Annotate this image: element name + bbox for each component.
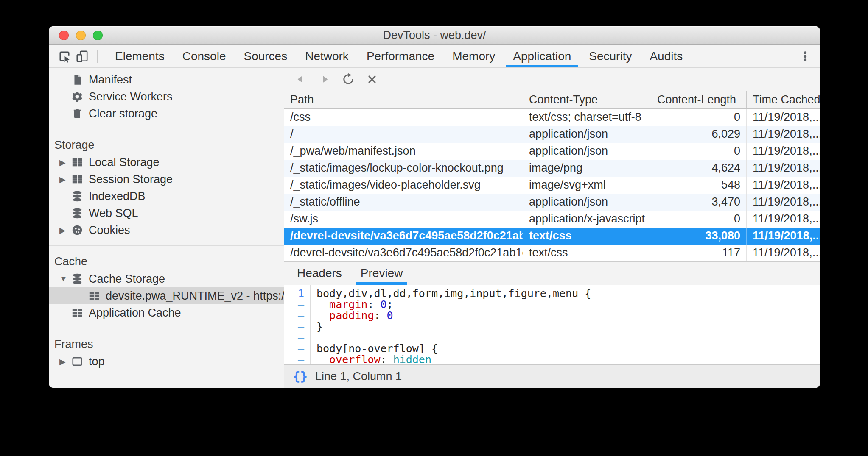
sidebar-item-label: IndexedDB [89, 190, 146, 203]
cell-path: / [284, 126, 523, 143]
code-content: body,div,dl,dd,form,img,input,figure,men… [311, 285, 820, 364]
tab-elements[interactable]: Elements [106, 45, 174, 67]
table-row[interactable]: /devrel-devsite/va3e6d7c495ae58d2f0c21ab… [284, 245, 820, 261]
minimize-window-button[interactable] [76, 31, 86, 40]
back-button[interactable] [294, 72, 308, 86]
gear-icon [71, 90, 84, 103]
sidebar-item-label: Manifest [89, 73, 132, 86]
preview-code-pane[interactable]: 1–––––– body,div,dl,dd,form,img,input,fi… [284, 285, 820, 364]
table-row[interactable]: /_static/images/lockup-color-knockout.pn… [284, 160, 820, 177]
cell-time-cached: 11/19/2018,... [747, 109, 820, 126]
cell-time-cached: 11/19/2018,... [747, 126, 820, 143]
chevron-right-icon[interactable]: ▶ [59, 225, 71, 235]
cell-content-length: 117 [651, 245, 747, 261]
table-row[interactable]: /_static/offlineapplication/json3,47011/… [284, 194, 820, 211]
tab-sources[interactable]: Sources [235, 45, 296, 67]
table-header: PathContent-TypeContent-LengthTime Cache… [284, 91, 820, 109]
chevron-right-icon[interactable]: ▶ [59, 158, 71, 167]
sidebar-item-label: devsite.pwa_RUNTIME_v2 - https://web.d [106, 289, 284, 303]
trash-icon [71, 107, 84, 120]
chevron-right-icon[interactable]: ▶ [59, 175, 71, 184]
forward-button[interactable] [317, 72, 332, 86]
column-header-content-type[interactable]: Content-Type [523, 91, 651, 108]
table-row[interactable]: /csstext/css; charset=utf-8011/19/2018,.… [284, 109, 820, 126]
sidebar-item-application-cache[interactable]: Application Cache [49, 304, 284, 321]
table-row[interactable]: /devrel-devsite/va3e6d7c495ae58d2f0c21ab… [284, 228, 820, 245]
line-number: – [284, 354, 304, 364]
main-toolbar: ElementsConsoleSourcesNetworkPerformance… [49, 45, 820, 68]
sidebar-item-service-workers[interactable]: Service Workers [49, 88, 284, 105]
sidebar-item-devsite-pwa-runtime-v2-https-web-d[interactable]: devsite.pwa_RUNTIME_v2 - https://web.d [49, 287, 284, 304]
cell-time-cached: 11/19/2018,... [747, 177, 820, 194]
sidebar-item-label: Cache Storage [89, 272, 165, 286]
cell-content-length: 3,470 [651, 194, 747, 211]
column-header-content-length[interactable]: Content-Length [651, 91, 747, 108]
more-options-icon[interactable] [796, 47, 814, 65]
toolbar-separator [97, 50, 98, 63]
sidebar-item-clear-storage[interactable]: Clear storage [49, 105, 284, 122]
tab-console[interactable]: Console [174, 45, 235, 67]
line-number: – [284, 321, 304, 332]
column-header-time-cached[interactable]: Time Cached [747, 91, 820, 108]
sidebar-item-indexeddb[interactable]: IndexedDB [49, 188, 284, 205]
sidebar-item-top[interactable]: ▶top [49, 353, 284, 370]
table-row[interactable]: /sw.jsapplication/x-javascript011/19/201… [284, 211, 820, 228]
cell-time-cached: 11/19/2018,... [747, 143, 820, 160]
cell-path: /_pwa/web/manifest.json [284, 143, 523, 160]
sidebar-item-label: Service Workers [89, 90, 173, 103]
sidebar-item-local-storage[interactable]: ▶Local Storage [49, 154, 284, 171]
table-icon [71, 156, 84, 169]
code-line: overflow: hidden [316, 354, 820, 364]
code-line: body,div,dl,dd,form,img,input,figure,men… [316, 288, 820, 299]
cell-time-cached: 11/19/2018,... [747, 211, 820, 228]
close-window-button[interactable] [59, 31, 69, 40]
preview-statusbar: {} Line 1, Column 1 [284, 364, 820, 388]
sidebar-item-cache-storage[interactable]: ▼Cache Storage [49, 270, 284, 287]
table-icon [71, 173, 84, 186]
tab-audits[interactable]: Audits [641, 45, 692, 67]
code-line: } [316, 321, 820, 332]
sidebar-item-session-storage[interactable]: ▶Session Storage [49, 171, 284, 188]
preview-tab-preview[interactable]: Preview [351, 262, 412, 285]
sidebar-item-manifest[interactable]: Manifest [49, 71, 284, 88]
code-line [316, 332, 820, 343]
traffic-lights [59, 26, 103, 44]
sidebar-section-divider [49, 328, 284, 328]
tab-memory[interactable]: Memory [443, 45, 504, 67]
table-icon [71, 306, 84, 319]
devtools-content: ManifestService WorkersClear storageStor… [49, 68, 820, 388]
section-header-frames: Frames [49, 335, 284, 353]
cell-content-length: 0 [651, 211, 747, 228]
pretty-print-icon[interactable]: {} [293, 369, 308, 384]
sidebar-item-label: top [89, 355, 105, 368]
chevron-down-icon[interactable]: ▼ [59, 274, 71, 284]
column-header-path[interactable]: Path [284, 91, 523, 108]
table-row[interactable]: /_pwa/web/manifest.jsonapplication/json0… [284, 143, 820, 160]
table-row[interactable]: /_static/images/video-placeholder.svgima… [284, 177, 820, 194]
cell-content-type: application/json [523, 143, 651, 160]
cell-time-cached: 11/19/2018,... [747, 245, 820, 261]
titlebar[interactable]: DevTools - web.dev/ [49, 26, 820, 45]
device-toolbar-icon[interactable] [73, 47, 91, 65]
cell-path: /_static/images/lockup-color-knockout.pn… [284, 160, 523, 177]
tab-network[interactable]: Network [296, 45, 358, 67]
tab-security[interactable]: Security [580, 45, 641, 67]
cell-path: /sw.js [284, 211, 523, 228]
zoom-window-button[interactable] [93, 31, 103, 40]
sidebar-item-cookies[interactable]: ▶Cookies [49, 222, 284, 239]
cell-content-length: 0 [651, 143, 747, 160]
refresh-button[interactable] [341, 72, 356, 86]
chevron-right-icon[interactable]: ▶ [59, 357, 71, 367]
sidebar-item-label: Session Storage [89, 173, 173, 186]
tab-performance[interactable]: Performance [358, 45, 443, 67]
cell-content-type: image/png [523, 160, 651, 177]
tab-application[interactable]: Application [504, 45, 580, 67]
sidebar-item-web-sql[interactable]: Web SQL [49, 205, 284, 222]
delete-button[interactable] [365, 72, 379, 86]
preview-tab-headers[interactable]: Headers [288, 262, 351, 285]
cell-content-length: 0 [651, 109, 747, 126]
table-icon [88, 289, 101, 302]
application-sidebar: ManifestService WorkersClear storageStor… [49, 68, 284, 388]
inspect-element-icon[interactable] [56, 47, 73, 65]
table-row[interactable]: /application/json6,02911/19/2018,... [284, 126, 820, 143]
